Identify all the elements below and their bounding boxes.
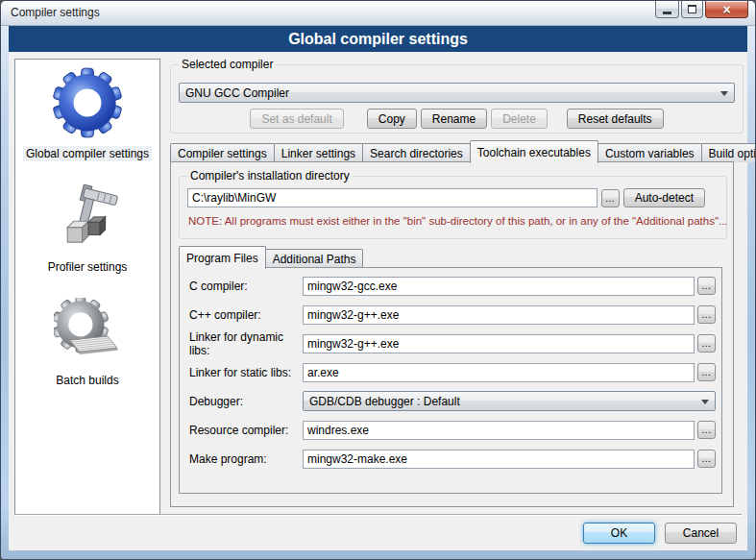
dialog-footer: OK Cancel xyxy=(14,514,742,550)
c-compiler-input[interactable] xyxy=(303,277,695,296)
sidebar-item-label: Global compiler settings xyxy=(23,146,152,161)
close-icon: × xyxy=(722,2,730,17)
page-title: Global compiler settings xyxy=(9,26,747,52)
window-controls: × xyxy=(653,1,748,18)
titlebar[interactable]: Compiler settings × xyxy=(1,1,755,26)
cancel-button[interactable]: Cancel xyxy=(665,523,737,544)
static-linker-input[interactable] xyxy=(303,363,695,382)
auto-detect-button[interactable]: Auto-detect xyxy=(623,188,705,207)
field-label: C compiler: xyxy=(189,280,303,293)
dynamic-linker-input[interactable] xyxy=(303,334,695,353)
delete-button[interactable]: Delete xyxy=(491,109,548,129)
rename-button[interactable]: Rename xyxy=(421,109,487,129)
toolchain-executables-page: Compiler's installation directory ... Au… xyxy=(170,161,734,507)
resource-compiler-input[interactable] xyxy=(303,421,695,440)
settings-sidebar: Global compiler settings xyxy=(14,59,160,516)
installation-directory-browse-button[interactable]: ... xyxy=(601,189,620,207)
compiler-actions: Set as default Copy Rename Delete Reset … xyxy=(171,109,743,129)
group-legend: Selected compiler xyxy=(179,58,276,71)
compiler-select-value: GNU GCC Compiler xyxy=(185,86,289,100)
maximize-button[interactable] xyxy=(681,1,703,18)
installation-directory-group: Compiler's installation directory ... Au… xyxy=(179,176,727,239)
settings-tabstrip: Compiler settings Linker settings Search… xyxy=(170,139,745,162)
sidebar-item-global-compiler-settings[interactable]: Global compiler settings xyxy=(23,67,152,161)
c-compiler-browse-button[interactable]: ... xyxy=(697,277,716,295)
field-row-cpp-compiler: C++ compiler: ... xyxy=(189,304,716,325)
sidebar-item-label: Batch builds xyxy=(53,373,121,388)
gear-stack-icon xyxy=(54,298,121,365)
chevron-down-icon xyxy=(701,400,709,408)
debugger-select[interactable]: GDB/CDB debugger : Default xyxy=(303,391,716,411)
tab-search-directories[interactable]: Search directories xyxy=(362,143,471,162)
close-button[interactable]: × xyxy=(705,1,748,18)
resource-compiler-browse-button[interactable]: ... xyxy=(697,421,716,439)
make-program-browse-button[interactable]: ... xyxy=(697,450,716,468)
tab-toolchain-executables[interactable]: Toolchain executables xyxy=(470,140,598,163)
field-row-make-program: Make program: ... xyxy=(189,449,716,469)
program-files-panel: C compiler: ... C++ compiler: ... Linker… xyxy=(179,267,722,494)
field-label: Linker for static libs: xyxy=(189,366,303,379)
sidebar-item-label: Profiler settings xyxy=(45,259,131,275)
field-label: Resource compiler: xyxy=(189,424,303,437)
tab-custom-variables[interactable]: Custom variables xyxy=(597,143,702,162)
ok-button[interactable]: OK xyxy=(583,523,655,544)
program-files-subtabstrip: Program Files Additional Paths xyxy=(179,246,362,268)
window-title: Compiler settings xyxy=(11,6,100,19)
group-legend: Compiler's installation directory xyxy=(187,169,353,183)
main-panel: Selected compiler GNU GCC Compiler Set a… xyxy=(168,52,747,514)
copy-button[interactable]: Copy xyxy=(367,109,417,129)
tab-linker-settings[interactable]: Linker settings xyxy=(274,143,363,162)
compiler-select[interactable]: GNU GCC Compiler xyxy=(179,83,735,103)
sidebar-item-batch-builds[interactable]: Batch builds xyxy=(53,298,121,388)
static-linker-browse-button[interactable]: ... xyxy=(697,363,716,381)
field-label: Make program: xyxy=(189,452,303,466)
field-row-static-linker: Linker for static libs: ... xyxy=(189,362,716,382)
field-row-resource-compiler: Resource compiler: ... xyxy=(189,420,716,440)
compiler-settings-dialog: Compiler settings × Global compiler sett… xyxy=(0,0,756,560)
subtab-additional-paths[interactable]: Additional Paths xyxy=(265,249,364,268)
page-title-text: Global compiler settings xyxy=(288,31,468,48)
minimize-icon xyxy=(663,12,671,14)
debugger-select-value: GDB/CDB debugger : Default xyxy=(309,395,460,408)
maximize-icon xyxy=(688,5,696,13)
tab-compiler-settings[interactable]: Compiler settings xyxy=(170,143,275,162)
set-as-default-button[interactable]: Set as default xyxy=(250,109,343,129)
caliper-icon xyxy=(54,184,121,252)
installation-note: NOTE: All programs must exist either in … xyxy=(188,215,728,227)
dialog-body: Global compiler settings xyxy=(9,52,747,550)
chevron-down-icon xyxy=(720,91,728,100)
tab-build-options[interactable]: Build options xyxy=(701,143,756,162)
field-row-debugger: Debugger: GDB/CDB debugger : Default xyxy=(189,391,716,411)
field-row-dynamic-linker: Linker for dynamic libs: ... xyxy=(189,333,716,353)
field-label: C++ compiler: xyxy=(189,308,303,322)
reset-defaults-button[interactable]: Reset defaults xyxy=(567,109,664,129)
cpp-compiler-input[interactable] xyxy=(303,305,695,325)
selected-compiler-group: Selected compiler GNU GCC Compiler Set a… xyxy=(170,64,744,134)
field-label: Debugger: xyxy=(189,395,303,408)
installation-directory-input[interactable] xyxy=(187,188,597,207)
sidebar-item-profiler-settings[interactable]: Profiler settings xyxy=(45,184,131,275)
gear-blue-icon xyxy=(52,67,123,138)
minimize-button[interactable] xyxy=(655,1,679,18)
field-label: Linker for dynamic libs: xyxy=(189,330,303,357)
make-program-input[interactable] xyxy=(303,450,695,469)
cpp-compiler-browse-button[interactable]: ... xyxy=(697,305,716,324)
subtab-program-files[interactable]: Program Files xyxy=(179,246,266,269)
field-row-c-compiler: C compiler: ... xyxy=(189,276,716,296)
dynamic-linker-browse-button[interactable]: ... xyxy=(697,334,716,353)
